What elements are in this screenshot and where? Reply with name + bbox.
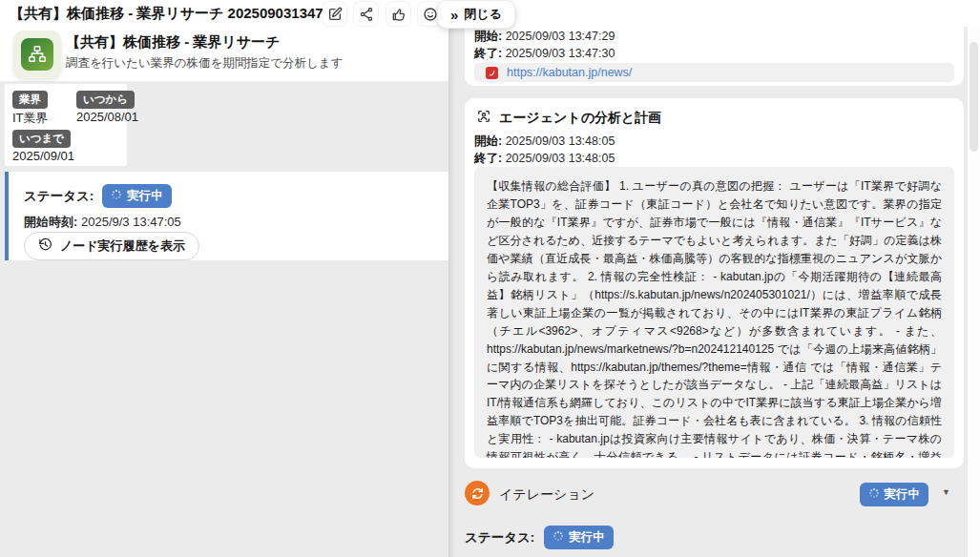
spinner-icon xyxy=(111,189,122,203)
start-time-value: 2025/9/3 13:47:05 xyxy=(81,215,181,229)
analysis-end-row: 終了: 2025/09/03 13:48:05 xyxy=(474,151,615,167)
iteration-status-badge: 実行中 xyxy=(544,526,614,549)
workflow-subtitle: 調査を行いたい業界の株価を期間指定で分析します xyxy=(66,55,343,72)
iteration-title: イテレーション xyxy=(499,486,594,504)
workflow-icon-tile xyxy=(13,31,61,78)
spinner-icon xyxy=(553,530,564,545)
search-end-label: 終了: xyxy=(474,47,502,60)
source-link-box: https://kabutan.jp/news/ xyxy=(474,63,954,82)
search-result-card: 開始: 2025/09/03 13:47:29 終了: 2025/09/03 1… xyxy=(465,17,964,86)
agent-scan-icon xyxy=(476,109,491,128)
workflow-info-card: 【共有】株価推移 - 業界リサーチ 調査を行いたい業界の株価を期間指定で分析しま… xyxy=(0,27,448,81)
history-icon xyxy=(38,237,52,255)
running-status-badge: 実行中 xyxy=(102,184,172,208)
workflow-title: 【共有】株価推移 - 業界リサーチ xyxy=(66,33,280,52)
page-title: 【共有】株価推移 - 業界リサーチ 20250903134704 xyxy=(10,5,339,23)
agent-analysis-card: エージェントの分析と計画 開始: 2025/09/03 13:48:05 終了:… xyxy=(465,98,964,468)
iteration-running-badge: 実行中 xyxy=(860,483,929,506)
param-from-label: いつから xyxy=(76,91,135,109)
node-history-button[interactable]: ノード実行履歴を表示 xyxy=(24,232,199,260)
scrollbar xyxy=(968,13,980,557)
search-end-row: 終了: 2025/09/03 13:47:30 xyxy=(474,46,615,62)
param-from-value: 2025/08/01 xyxy=(76,110,138,124)
node-history-button-label: ノード実行履歴を表示 xyxy=(60,237,185,255)
iteration-status-label: ステータス: xyxy=(465,529,534,547)
scrollbar-thumb[interactable] xyxy=(970,42,978,152)
analysis-start-row: 開始: 2025/09/03 13:48:05 xyxy=(474,134,615,150)
agent-analysis-title: エージェントの分析と計画 xyxy=(499,110,661,127)
running-badge-label: 実行中 xyxy=(127,188,163,204)
iteration-status-badge-label: 実行中 xyxy=(569,529,605,546)
input-params-card: 業界 いつから IT業界 2025/08/01 いつまで 2025/09/01 xyxy=(5,84,127,166)
iteration-loop-icon xyxy=(465,481,490,505)
search-end-value: 2025/09/03 13:47:30 xyxy=(506,47,615,60)
iteration-header-row[interactable]: イテレーション 実行中 ▼ xyxy=(465,481,964,507)
execution-log-panel: 開始: 2025/09/03 13:47:29 終了: 2025/09/03 1… xyxy=(448,13,980,557)
start-time-row: 開始時刻: 2025/9/3 13:47:05 xyxy=(24,214,181,231)
share-icon xyxy=(359,7,374,22)
param-industry-value: IT業界 xyxy=(12,110,49,127)
param-to-value: 2025/09/01 xyxy=(12,149,74,163)
param-to-label: いつまで xyxy=(12,130,71,148)
double-chevron-right-icon: » xyxy=(450,8,457,22)
analysis-start-value: 2025/09/03 13:48:05 xyxy=(506,134,615,148)
close-panel-button[interactable]: » 閉じる xyxy=(437,0,515,29)
status-label: ステータス: xyxy=(24,188,94,205)
analysis-start-label: 開始: xyxy=(474,134,502,148)
thumbs-up-icon xyxy=(391,7,407,22)
analysis-text: 【収集情報の総合評価】 1. ユーザーの真の意図の把握： ユーザーは「IT業界で… xyxy=(474,167,954,458)
analysis-end-label: 終了: xyxy=(474,152,502,165)
analysis-end-value: 2025/09/03 13:48:05 xyxy=(506,152,615,165)
chevron-down-icon[interactable]: ▼ xyxy=(942,487,950,497)
source-link[interactable]: https://kabutan.jp/news/ xyxy=(507,66,632,79)
search-start-label: 開始: xyxy=(474,30,502,43)
iteration-status-row: ステータス: 実行中 xyxy=(465,526,614,549)
spinner-icon xyxy=(868,487,880,502)
run-status-card: ステータス: 実行中 開始時刻: 2025/9/3 13:47:05 ノード実行… xyxy=(5,172,448,260)
search-start-row: 開始: 2025/09/03 13:47:29 xyxy=(474,29,615,45)
workflow-app-icon xyxy=(21,38,53,71)
edit-button[interactable] xyxy=(323,2,346,26)
app-root: 【共有】株価推移 - 業界リサーチ 20250903134704 » 閉じる xyxy=(0,0,980,557)
close-button-label: 閉じる xyxy=(464,6,502,23)
workflow-sidebar: 【共有】株価推移 - 業界リサーチ 調査を行いたい業界の株価を期間指定で分析しま… xyxy=(0,27,448,557)
iteration-badge-label: 実行中 xyxy=(885,486,921,503)
start-time-label: 開始時刻: xyxy=(24,215,77,229)
param-industry-label: 業界 xyxy=(12,91,48,109)
kabutan-favicon-icon xyxy=(486,67,498,79)
pencil-icon xyxy=(327,7,343,22)
top-header: 【共有】株価推移 - 業界リサーチ 20250903134704 » 閉じる xyxy=(0,0,980,27)
share-button[interactable] xyxy=(354,2,378,26)
thumbs-up-button[interactable] xyxy=(386,2,410,26)
search-start-value: 2025/09/03 13:47:29 xyxy=(506,30,615,43)
smiley-icon xyxy=(423,7,438,22)
